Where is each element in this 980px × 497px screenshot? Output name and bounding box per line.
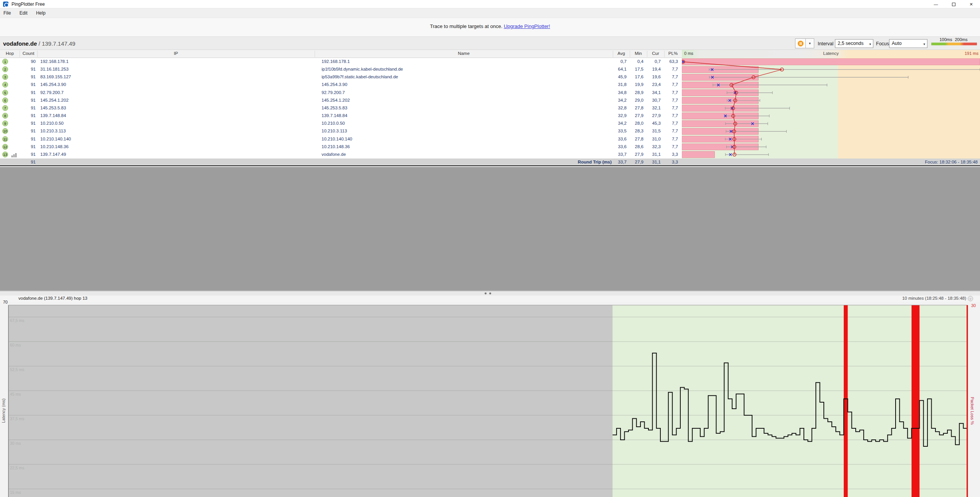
hop-ip: 145.254.1.202 <box>40 98 69 102</box>
hop-count: 91 <box>13 137 36 141</box>
col-header-ip[interactable]: IP <box>37 51 315 56</box>
target-ip: 139.7.147.49 <box>42 40 76 47</box>
hop-name: 139.7.148.84 <box>322 113 347 118</box>
pause-control: ▾ <box>795 38 814 48</box>
app-icon <box>3 2 8 7</box>
gridline-label: 30 ms <box>10 441 21 446</box>
hop-pl: 7,7 <box>655 98 678 102</box>
hop-count: 91 <box>13 90 36 95</box>
timeline-graph[interactable]: 67,5 ms60 ms52,5 ms45 ms37,5 ms30 ms22,5… <box>0 302 980 497</box>
hop-number-badge: 2 <box>2 66 8 72</box>
pane-splitter[interactable] <box>0 291 980 296</box>
hop-name: 10.210.0.50 <box>322 121 345 125</box>
hop-ip: 10.210.148.36 <box>40 144 69 149</box>
upgrade-link[interactable]: Upgrade PingPlotter! <box>504 23 550 29</box>
banner-text: Trace to multiple targets at once. <box>430 23 503 29</box>
timeline-range-label[interactable]: 10 minutes (18:25:48 - 18:35:48) <box>902 296 966 301</box>
focus-range-text: Focus: 18:32:06 - 18:35:48 <box>925 160 978 164</box>
titlebar: PingPlotter Free — ✕ <box>0 0 980 8</box>
hop-name: 145.254.1.202 <box>322 98 350 102</box>
hop-number-badge: 9 <box>2 121 8 126</box>
col-header-name[interactable]: Name <box>315 51 613 56</box>
col-header-count[interactable]: Count <box>20 51 37 56</box>
hop-count: 91 <box>13 74 36 79</box>
close-button[interactable]: ✕ <box>962 0 980 8</box>
hop-number-badge: 4 <box>2 82 8 88</box>
round-trip-label: Round Trip (ms) <box>530 160 612 164</box>
hop-pl: 7,7 <box>655 106 678 110</box>
hop-number-badge: 11 <box>2 136 8 142</box>
hop-count: 91 <box>13 113 36 118</box>
gridline-label: 45 ms <box>10 392 21 396</box>
col-header-min[interactable]: Min <box>630 51 647 56</box>
target-host: vodafone.de <box>3 40 37 47</box>
col-header-avg[interactable]: Avg <box>613 51 630 56</box>
hop-pl: 63,3 <box>655 59 678 64</box>
minimize-button[interactable]: — <box>927 0 945 8</box>
target-summary: vodafone.de / 139.7.147.49 <box>3 40 75 47</box>
hop-name: 92.79.200.7 <box>322 90 345 95</box>
hop-name: 10.210.148.36 <box>322 144 350 149</box>
timeline-pane-header: vodafone.de (139.7.147.49) hop 13 10 min… <box>0 296 980 302</box>
gridline-label: 67,5 ms <box>10 318 24 323</box>
latency-scale-max: 191 ms <box>965 51 978 56</box>
hop-name: 145.253.5.83 <box>322 106 347 110</box>
focus-select[interactable]: Auto ▾ <box>889 39 927 48</box>
round-trip-row: 91 Round Trip (ms) 33,7 27,9 31,1 3,3 Fo… <box>0 159 980 166</box>
hop-ip: 83.169.155.127 <box>40 74 71 79</box>
gridline-label: 15 ms <box>10 490 21 495</box>
hop-ip: 192.168.178.1 <box>40 59 69 64</box>
pause-dropdown-button[interactable]: ▾ <box>806 38 814 48</box>
col-header-hop[interactable]: Hop <box>0 51 20 56</box>
pause-button[interactable] <box>795 38 806 48</box>
hop-count: 91 <box>13 106 36 110</box>
col-header-cur[interactable]: Cur <box>647 51 664 56</box>
hop-number-badge: 5 <box>2 90 8 96</box>
gridline-label: 60 ms <box>10 343 21 347</box>
focus-label: Focus <box>876 41 889 46</box>
hop-number-badge: 10 <box>2 128 8 134</box>
hop-name: vodafone.de <box>322 152 346 157</box>
hop-count: 91 <box>13 129 36 133</box>
hop-pl: 7,7 <box>655 113 678 118</box>
hop-ip: 31.16.181.253 <box>40 67 69 71</box>
hop-name: 10.210.140.140 <box>322 137 352 141</box>
menu-item-edit[interactable]: Edit <box>16 8 31 18</box>
hop-ip: 92.79.200.7 <box>40 90 64 95</box>
interval-label: Interval <box>818 41 833 46</box>
menubar: File Edit Help <box>0 8 980 18</box>
collapse-pane-icon[interactable]: ⌄ <box>968 296 973 301</box>
hop-name: 145.254.3.90 <box>322 82 347 87</box>
hop-pl: 7,7 <box>655 74 678 79</box>
upgrade-banner: Trace to multiple targets at once. Upgra… <box>0 18 980 36</box>
interval-select[interactable]: 2,5 seconds ▾ <box>835 39 873 48</box>
target-bar: vodafone.de / 139.7.147.49 ▾ Interval 2,… <box>0 36 980 50</box>
hop-pl: 3,3 <box>655 152 678 157</box>
hop-count: 90 <box>13 59 36 64</box>
hop-number-badge: 7 <box>2 105 8 111</box>
splitter-handle-dots <box>485 292 498 295</box>
hop-ip: 139.7.148.84 <box>40 113 66 118</box>
hop-number-badge: 13 <box>2 152 8 157</box>
gridline-label: 22,5 ms <box>10 466 24 470</box>
latency-axis-max: 70 <box>1 300 8 304</box>
hop-count: 91 <box>13 98 36 102</box>
latency-color-legend <box>931 43 977 45</box>
legend-label-200ms: 200ms <box>953 37 970 42</box>
window-title: PingPlotter Free <box>12 2 45 7</box>
hop-ip: 10.210.3.113 <box>40 129 66 133</box>
hop-number-badge: 6 <box>2 97 8 103</box>
hop-latency-graph <box>682 58 980 159</box>
menu-item-file[interactable]: File <box>0 8 14 18</box>
col-header-pl[interactable]: PL% <box>664 51 682 56</box>
hop-count: 91 <box>13 121 36 125</box>
hop-number-badge: 1 <box>2 59 8 64</box>
menu-item-help[interactable]: Help <box>33 8 49 18</box>
hop-ip: 145.254.3.90 <box>40 82 66 87</box>
maximize-button[interactable] <box>945 0 962 8</box>
hop-count: 91 <box>13 67 36 71</box>
packet-loss-axis-title: Packet Loss % <box>970 374 975 447</box>
hop-pl: 7,7 <box>655 82 678 87</box>
gridline-label: 37,5 ms <box>10 416 24 421</box>
table-header: Hop Count IP Name Avg Min Cur PL% 0 ms L… <box>0 50 980 58</box>
